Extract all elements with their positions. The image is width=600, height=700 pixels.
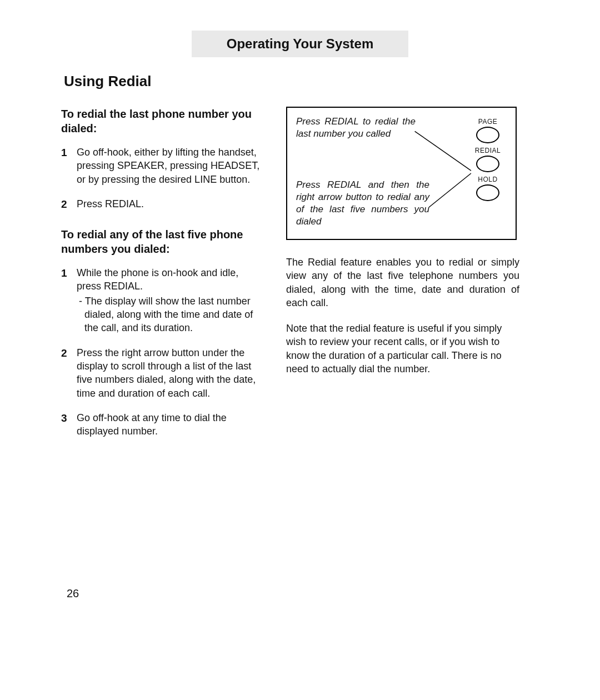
left-column: To redial the last phone num­ber you dia… (61, 107, 261, 454)
hold-button-icon (476, 184, 499, 201)
section-title: Using Redial (64, 73, 539, 90)
steps-redial-last: Go off-hook, either by lifting the hands… (61, 146, 261, 211)
steps-redial-five: While the phone is on-hook and idle, pre… (61, 266, 261, 438)
step-item: Go off-hook, either by lifting the hands… (61, 146, 261, 186)
step-subnote: - The display will show the last num­ber… (77, 294, 261, 335)
redial-diagram: Press REDIAL to redial the last num­ber … (286, 107, 517, 240)
step-item: Press REDIAL. (61, 197, 261, 211)
page-header: Operating Your System (192, 31, 408, 57)
two-column-layout: To redial the last phone num­ber you dia… (61, 107, 539, 454)
subheading-redial-five: To redial any of the last five phone num… (61, 227, 261, 256)
svg-line-1 (429, 173, 471, 207)
page-button-icon (476, 127, 499, 143)
step-item: While the phone is on-hook and idle, pre… (61, 266, 261, 334)
button-stack: PAGE REDIAL HOLD (471, 114, 504, 202)
step-item: Press the right arrow button under the d… (61, 346, 261, 400)
body-paragraph: Note that the redial feature is useful i… (286, 322, 519, 376)
right-column: Press REDIAL to redial the last num­ber … (286, 107, 519, 454)
redial-button-icon (476, 156, 499, 172)
diagram-caption-1: Press REDIAL to redial the last num­ber … (296, 116, 416, 140)
step-text: While the phone is on-hook and idle, pre… (77, 267, 238, 292)
body-paragraph: The Redial feature enables you to redial… (286, 256, 519, 309)
redial-button-label: REDIAL (471, 147, 504, 154)
svg-line-0 (415, 131, 471, 171)
page-button-label: PAGE (471, 118, 504, 126)
page-number: 26 (67, 587, 79, 600)
diagram-caption-2: Press REDIAL and then the right arrow bu… (296, 179, 429, 228)
subheading-redial-last: To redial the last phone num­ber you dia… (61, 107, 261, 136)
hold-button-label: HOLD (471, 176, 504, 183)
step-item: Go off-hook at any time to dial the disp… (61, 411, 261, 438)
